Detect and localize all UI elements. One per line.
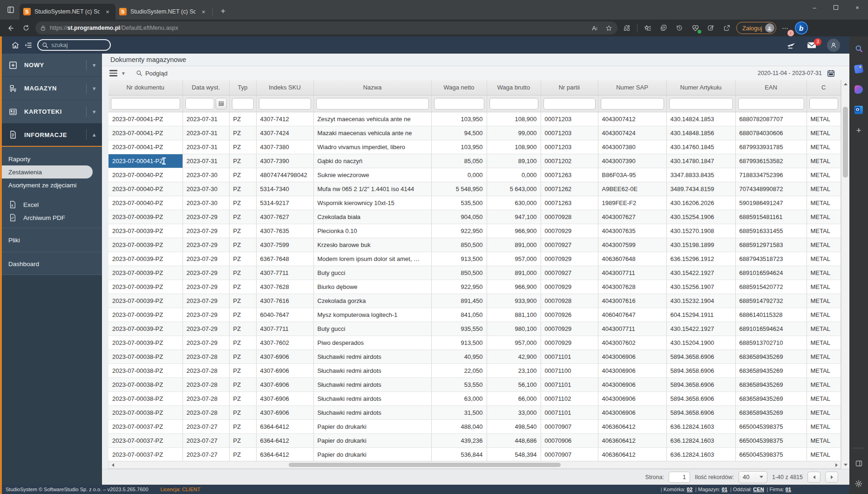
cell[interactable]: 103,950 [431, 140, 487, 154]
cell[interactable]: PZ [229, 322, 256, 336]
cell[interactable]: Wspornik kierownicy 10xt-15 [313, 196, 431, 210]
cell[interactable]: 430.16206.2026 [666, 196, 735, 210]
scroll-up-icon[interactable] [841, 80, 849, 88]
cell[interactable]: 957,000 [487, 336, 541, 350]
cell[interactable]: 2023-07-30 [183, 196, 229, 210]
cell[interactable]: Słuchawki redmi airdots [313, 392, 431, 406]
column-header[interactable]: Nr partii [541, 80, 598, 95]
cell[interactable]: 5894.3658.6906 [666, 364, 735, 378]
app-search-input[interactable] [51, 42, 106, 48]
cell[interactable]: 2023-07-00037-PZ [108, 420, 183, 434]
cell[interactable]: PZ [229, 420, 256, 434]
column-header[interactable]: Numer SAP [598, 80, 666, 95]
cell[interactable]: 00070929 [541, 252, 598, 266]
cell[interactable]: Piwo desperados [313, 336, 431, 350]
copilot-icon[interactable]: b [795, 21, 808, 34]
cell[interactable]: 4043007424 [598, 126, 666, 140]
cell[interactable]: METAL [807, 112, 841, 126]
cell[interactable]: 4043006906 [598, 378, 666, 392]
column-header[interactable]: Waga brutto [487, 80, 541, 95]
cell[interactable]: 2023-07-29 [183, 224, 229, 238]
chevron-down-icon[interactable]: ▼ [121, 71, 126, 76]
settings-icon[interactable] [853, 478, 864, 489]
cell[interactable]: 6885915420772 [735, 280, 807, 294]
cell[interactable]: 63,000 [431, 392, 487, 406]
cell[interactable]: Biurko dębowe [313, 280, 431, 294]
cell[interactable]: 31,500 [431, 406, 487, 420]
cell[interactable]: 957,000 [487, 252, 541, 266]
cell[interactable]: 891,000 [487, 266, 541, 280]
favorite-star-icon[interactable] [604, 21, 614, 34]
chevron-down-icon[interactable]: ▼ [86, 107, 102, 117]
cell[interactable]: 4307-7602 [256, 336, 313, 350]
cell[interactable]: 935,550 [431, 322, 487, 336]
cell[interactable]: 00071263 [541, 196, 598, 210]
cell[interactable]: METAL [807, 182, 841, 196]
cell[interactable]: 4307-6906 [256, 406, 313, 420]
cell[interactable]: 94,500 [431, 126, 487, 140]
cell[interactable]: 4307-7628 [256, 280, 313, 294]
cell[interactable]: 5 548,950 [431, 182, 487, 196]
filter-calendar-icon[interactable] [216, 98, 227, 110]
mail-icon[interactable]: 3 [807, 41, 817, 49]
cell[interactable]: 430.15422.1927 [666, 266, 735, 280]
filter-input[interactable] [259, 98, 311, 110]
cell[interactable]: 891,450 [431, 294, 487, 308]
column-header[interactable]: Nazwa [313, 80, 431, 95]
cell[interactable]: 2023-07-00039-PZ [108, 294, 183, 308]
cell[interactable]: 2023-07-00037-PZ [108, 434, 183, 448]
cell[interactable]: 2023-07-00039-PZ [108, 252, 183, 266]
sidebar-item-dashboard[interactable]: Dashboard [2, 256, 102, 272]
outlook-icon[interactable] [853, 104, 864, 116]
cell[interactable]: 6836589435269 [735, 392, 807, 406]
calendar-icon[interactable] [827, 69, 835, 78]
cell[interactable]: PZ [229, 406, 256, 420]
cell[interactable]: 2023-07-00038-PZ [108, 364, 183, 378]
cell[interactable]: PZ [229, 210, 256, 224]
cell[interactable]: 6650045398375 [735, 448, 807, 461]
cell[interactable]: 2023-07-00037-PZ [108, 448, 183, 461]
filter-input[interactable] [316, 98, 429, 110]
cell[interactable]: 00071203 [541, 126, 598, 140]
home-icon[interactable] [11, 41, 20, 49]
user-icon[interactable] [827, 39, 840, 52]
filter-input[interactable] [434, 98, 484, 110]
cell[interactable]: 23,100 [487, 364, 541, 378]
page-size-select[interactable]: 40 [739, 471, 767, 483]
cell[interactable]: 850,500 [431, 266, 487, 280]
cell[interactable]: 22,050 [431, 364, 487, 378]
cell[interactable]: 6836589435269 [735, 364, 807, 378]
cell[interactable]: 5894.3658.6906 [666, 378, 735, 392]
cell[interactable]: 913,500 [431, 336, 487, 350]
cell[interactable]: 5314-9217 [256, 196, 313, 210]
cell[interactable]: 2023-07-00039-PZ [108, 280, 183, 294]
cell[interactable]: 2023-07-00041-PZ [108, 140, 183, 154]
cell[interactable]: 2023-07-00041-PZ [108, 112, 183, 126]
cell[interactable]: 4307-7711 [256, 266, 313, 280]
cell[interactable]: 850,500 [431, 238, 487, 252]
cell[interactable]: 2023-07-00038-PZ [108, 378, 183, 392]
cell[interactable]: 2023-07-00039-PZ [108, 308, 183, 322]
maximize-button[interactable] [825, 0, 847, 15]
cell[interactable]: METAL [807, 420, 841, 434]
cell[interactable]: 2023-07-00038-PZ [108, 350, 183, 364]
cell[interactable]: 6040-7647 [256, 308, 313, 322]
cell[interactable]: 7074348990872 [735, 182, 807, 196]
cell[interactable]: PZ [229, 112, 256, 126]
favorites-bar-icon[interactable] [641, 21, 654, 34]
cell[interactable]: 00071263 [541, 168, 598, 182]
cell[interactable]: 2023-07-31 [183, 112, 229, 126]
cell[interactable]: 6364-6412 [256, 448, 313, 461]
cell[interactable]: 430.14848.1856 [666, 126, 735, 140]
cell[interactable]: 4043006906 [598, 392, 666, 406]
cell[interactable]: 7188334752396 [735, 168, 807, 182]
cell[interactable]: 2023-07-27 [183, 434, 229, 448]
column-header[interactable]: C [807, 80, 841, 95]
cell[interactable]: 6885912971583 [735, 238, 807, 252]
cell[interactable]: 33,000 [487, 406, 541, 420]
cell[interactable]: Mazaki maecenas vehicula ante ne [313, 126, 431, 140]
sidebar-search-icon[interactable] [853, 43, 864, 54]
cell[interactable]: 430.15254.1906 [666, 210, 735, 224]
submenu-item-zestawienia[interactable]: Zestawienia [2, 165, 93, 178]
cell[interactable]: 2023-07-00041-PZ [108, 154, 183, 168]
